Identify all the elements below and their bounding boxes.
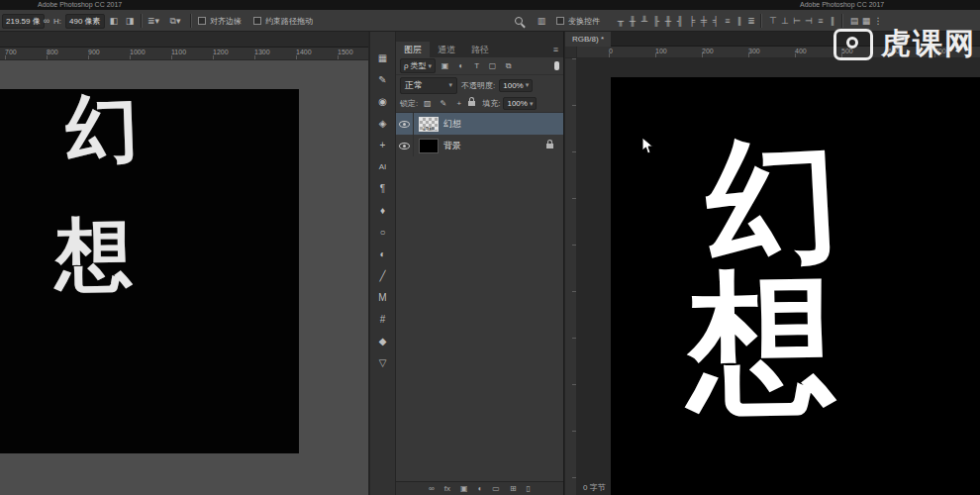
visibility-cell[interactable] <box>396 135 414 156</box>
filter-kind-select[interactable]: ρ 类型 ▾ <box>400 58 436 73</box>
paragraph-panel-icon[interactable]: ¶ <box>370 178 395 200</box>
calligraphy-char-top: 幻 <box>703 132 843 272</box>
photoshop-window: Adobe Photoshop CC 2017 Adobe Photoshop … <box>0 0 980 495</box>
align-edges-label: 对齐边缘 <box>210 16 242 27</box>
layer-name[interactable]: 背景 <box>443 140 461 152</box>
layer-name[interactable]: 幻想 <box>443 118 461 131</box>
filter-pixel-layers-icon[interactable]: ▣ <box>439 59 451 72</box>
eye-icon[interactable] <box>399 121 410 128</box>
tab-layers[interactable]: 图层 <box>396 42 430 57</box>
grid-icon[interactable]: # <box>370 309 395 331</box>
geometry-options-icon[interactable]: ⧉▾ <box>168 14 182 28</box>
document-right-vertical-ruler[interactable] <box>565 58 577 495</box>
lock-transparent-pixels-icon[interactable]: ▨ <box>421 97 434 110</box>
swatches-grid-icon[interactable]: ▦ <box>370 48 395 69</box>
path-operations-icon[interactable]: ◧ <box>107 14 121 28</box>
lock-label: 锁定: <box>400 98 418 109</box>
filter-shape-layers-icon[interactable]: ▢ <box>486 59 499 72</box>
adjustment-layer-icon[interactable]: ◐ <box>477 482 482 495</box>
line-icon[interactable]: ╱ <box>370 265 395 287</box>
layer-row-background[interactable]: 背景 <box>396 135 563 156</box>
workspace-switcher-icon[interactable]: ▥ <box>535 14 548 28</box>
opacity-value-box[interactable]: 100% ▾ <box>499 79 533 92</box>
constrain-path-checkbox[interactable] <box>253 17 261 25</box>
transform-controls-checkbox[interactable] <box>556 17 564 25</box>
tab-paths[interactable]: 路径 <box>463 42 497 57</box>
target-icon[interactable]: ◉ <box>370 91 395 113</box>
link-dimensions-icon[interactable]: ∞ <box>40 14 53 28</box>
filter-type-layers-icon[interactable]: T <box>470 59 483 72</box>
pasteboard-left: 幻 想 <box>0 60 368 495</box>
pen-nib-icon[interactable]: ♦ <box>370 200 395 222</box>
plus-icon[interactable]: + <box>370 135 395 156</box>
polygon-icon[interactable]: ▽ <box>370 352 395 374</box>
canvas-left[interactable]: 幻 想 <box>0 89 299 453</box>
visibility-cell[interactable] <box>396 113 414 135</box>
divider <box>141 14 142 28</box>
blend-mode-select[interactable]: 正常 ▾ <box>400 77 457 94</box>
delete-layer-icon[interactable]: ▯ <box>527 482 531 495</box>
filter-adjustment-layers-icon[interactable]: ◐ <box>454 59 467 72</box>
layers-panel: 图层 通道 路径 ≡ ρ 类型 ▾ ▣ ◐ T ▢ ⧉ 正常 ▾ 不透明度: <box>396 32 564 495</box>
shape-icon[interactable]: ◆ <box>370 331 395 352</box>
opacity-label: 不透明度: <box>461 80 495 91</box>
layer-style-icon[interactable]: fx <box>444 482 450 495</box>
document-left: 700800900100011001200130014001500 幻 想 <box>0 32 368 495</box>
width-value-field[interactable]: 219.59 像 <box>2 14 45 29</box>
show-transform-controls-option[interactable]: 变换控件 <box>556 10 600 32</box>
ruler-number: 0 <box>609 47 655 54</box>
fill-value-box[interactable]: 100% ▾ <box>503 97 537 110</box>
align-edges-checkbox[interactable] <box>198 17 206 25</box>
lock-position-icon[interactable]: + <box>452 97 465 110</box>
layer-thumbnail[interactable]: 幻想 <box>419 117 439 132</box>
divider <box>190 14 191 28</box>
add-layer-mask-icon[interactable]: ▣ <box>460 482 468 495</box>
path-alignment-icon[interactable]: ◨ <box>123 14 137 28</box>
tab-channels[interactable]: 通道 <box>430 42 463 57</box>
layer-row-huanxiang[interactable]: 幻想 幻想 <box>396 113 563 135</box>
panel-dock: ▦ ✎ ◉ ◈ + AI ¶ ♦ ○ ◐ ╱ M # ◆ ▽ <box>369 32 396 495</box>
blend-mode-row: 正常 ▾ 不透明度: 100% ▾ <box>396 75 563 95</box>
height-value-field[interactable]: 490 像素 <box>65 14 105 29</box>
ruler-number: 200 <box>702 47 748 54</box>
pencil-icon[interactable]: ✎ <box>370 69 395 91</box>
layer-thumbnail[interactable] <box>419 139 439 153</box>
filter-smart-objects-icon[interactable]: ⧉ <box>502 59 515 72</box>
camera-lens <box>846 37 858 49</box>
transform-controls-label: 变换控件 <box>568 16 600 27</box>
chevron-down-icon: ▾ <box>448 81 452 89</box>
new-group-icon[interactable]: ▭ <box>492 482 500 495</box>
chevron-down-icon: ▾ <box>526 81 530 89</box>
contrast-icon[interactable]: ◐ <box>370 244 395 265</box>
path-arrange-icon[interactable]: ≣▾ <box>147 14 160 28</box>
calligraphy-char-top: 幻 <box>64 91 141 167</box>
search-group[interactable] <box>515 10 523 32</box>
lock-all-icon[interactable] <box>468 101 475 106</box>
new-layer-icon[interactable]: ⊞ <box>510 482 517 495</box>
canvas-right[interactable]: 幻 想 <box>611 77 980 495</box>
document-left-horizontal-ruler[interactable]: 700800900100011001200130014001500 <box>0 48 368 60</box>
document-right: RGB/8) * 0100200300400500600700 幻 想 0 字节 <box>565 32 980 495</box>
character-panel-icon[interactable]: AI <box>370 156 395 178</box>
ruler-number: 1300 <box>254 48 296 55</box>
constrain-path-option[interactable]: 约束路径拖动 <box>253 10 313 32</box>
distribute-right-edges-icon[interactable]: ≣ <box>744 14 758 28</box>
filter-toggle-switch[interactable] <box>554 61 559 70</box>
lock-image-pixels-icon[interactable]: ✎ <box>437 97 449 110</box>
panel-tabs: 图层 通道 路径 ≡ <box>396 42 563 57</box>
eye-icon[interactable] <box>399 143 410 149</box>
ellipse-icon[interactable]: ○ <box>370 222 395 244</box>
align-edges-option[interactable]: 对齐边缘 <box>198 10 242 32</box>
ruler-number: 1100 <box>171 48 213 55</box>
mouse-cursor <box>641 137 654 159</box>
adjustments-icon[interactable]: ◈ <box>370 113 395 135</box>
mask-icon[interactable]: M <box>370 287 395 309</box>
search-icon[interactable] <box>515 17 523 25</box>
document-tab[interactable]: RGB/8) * <box>565 32 611 47</box>
calligraphy-char-bottom: 想 <box>687 266 838 418</box>
ruler-corner <box>565 47 577 58</box>
link-layers-icon[interactable]: ∞ <box>429 482 435 495</box>
ruler-number: 100 <box>655 47 702 54</box>
panel-menu-icon[interactable]: ≡ <box>553 45 558 54</box>
title-bar: Adobe Photoshop CC 2017 Adobe Photoshop … <box>0 0 980 10</box>
